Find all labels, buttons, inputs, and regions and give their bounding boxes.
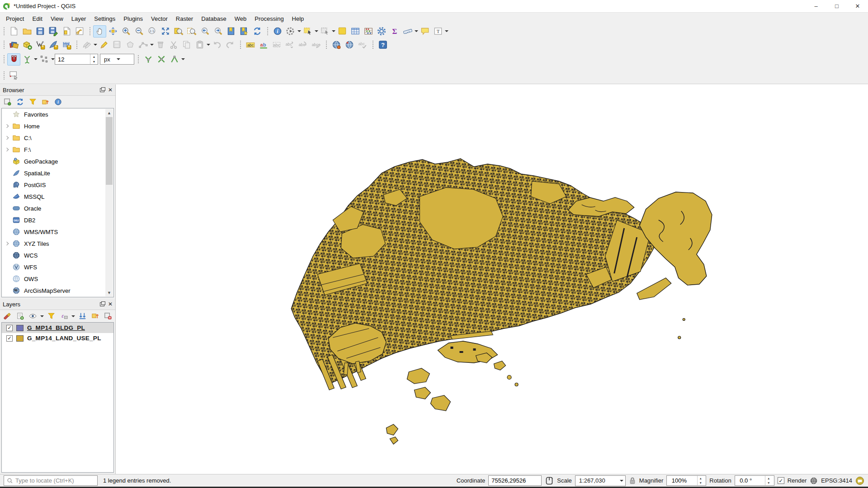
save-project-as-button[interactable] <box>47 25 60 38</box>
expand-chevron-icon[interactable] <box>5 136 9 140</box>
menu-web[interactable]: Web <box>231 14 251 23</box>
menu-plugins[interactable]: Plugins <box>119 14 147 23</box>
zoom-native-button[interactable]: 1:1 <box>146 25 159 38</box>
add-selected-layers-button[interactable] <box>2 97 13 107</box>
snapping-mode-button[interactable] <box>20 53 33 66</box>
toggle-editing-button[interactable] <box>97 39 110 51</box>
menu-view[interactable]: View <box>47 14 67 23</box>
snapping-type-button[interactable] <box>38 53 51 66</box>
text-annotation-button[interactable]: T <box>431 25 444 38</box>
expand-chevron-icon[interactable] <box>5 242 9 245</box>
menu-settings[interactable]: Settings <box>90 14 119 23</box>
undo-button[interactable] <box>210 39 223 51</box>
spin-down-icon[interactable]: ▼ <box>90 59 98 64</box>
select-features-dropdown[interactable] <box>314 25 318 37</box>
close-panel-icon[interactable]: ✕ <box>108 87 113 93</box>
rotation-input[interactable] <box>740 477 763 484</box>
coordinate-input[interactable] <box>491 477 538 484</box>
browser-filter-button[interactable] <box>27 97 38 107</box>
tracing-dropdown[interactable] <box>181 53 185 65</box>
toolbar-grip[interactable] <box>325 40 328 50</box>
scrollbar-thumb[interactable] <box>106 117 113 185</box>
metasearch-button[interactable] <box>330 39 343 51</box>
browser-item-c-drive[interactable]: C:\ <box>2 132 113 144</box>
browser-item-wms[interactable]: WMS/WMTS <box>2 226 113 238</box>
menu-database[interactable]: Database <box>197 14 231 23</box>
enable-tracing-button[interactable] <box>168 53 181 66</box>
remove-layer-button[interactable] <box>102 311 113 321</box>
measure-line-button[interactable] <box>401 25 414 38</box>
feature-action-dropdown[interactable] <box>297 25 301 37</box>
open-data-source-manager-button[interactable] <box>7 39 20 51</box>
rotation-spin[interactable]: ▲▼ <box>765 476 772 485</box>
toolbar-grip[interactable] <box>3 54 5 64</box>
open-attribute-table-button[interactable] <box>349 25 362 38</box>
browser-refresh-button[interactable] <box>14 97 25 107</box>
redo-button[interactable] <box>223 39 236 51</box>
browser-item-ows[interactable]: OWS <box>2 273 113 285</box>
move-annotation-button[interactable] <box>7 69 20 81</box>
current-edits-dropdown[interactable] <box>93 39 97 51</box>
add-group-button[interactable] <box>14 311 25 321</box>
browser-properties-button[interactable]: i <box>52 97 63 107</box>
snapping-units-combo[interactable]: px <box>100 54 134 65</box>
move-label-button[interactable]: abc <box>283 39 296 51</box>
pan-map-button[interactable] <box>93 25 106 38</box>
toolbar-grip[interactable] <box>89 26 91 36</box>
vertex-tool-dropdown[interactable] <box>150 39 154 51</box>
qgis-hub-button[interactable] <box>343 39 356 51</box>
lock-icon[interactable] <box>629 477 636 485</box>
open-project-button[interactable] <box>20 25 33 38</box>
filter-by-expression-button[interactable]: ε <box>58 311 69 321</box>
save-project-button[interactable] <box>33 25 47 38</box>
current-edits-button[interactable] <box>80 39 93 51</box>
expression-dropdown[interactable] <box>71 310 75 322</box>
spin-up-icon[interactable]: ▲ <box>90 54 98 59</box>
magnifier-box[interactable]: ▲▼ <box>666 475 706 486</box>
field-calculator-button[interactable] <box>362 25 375 38</box>
topological-editing-button[interactable] <box>142 53 155 66</box>
close-button[interactable]: ✕ <box>847 0 868 12</box>
browser-item-favorites[interactable]: Favorites <box>2 108 113 120</box>
check-labels-button[interactable]: abc <box>356 39 369 51</box>
map-tips-button[interactable] <box>335 25 349 38</box>
toolbar-grip[interactable] <box>239 40 242 50</box>
rotate-label-button[interactable]: abc <box>296 39 309 51</box>
processing-toolbox-button[interactable] <box>375 25 388 38</box>
zoom-last-button[interactable] <box>198 25 211 38</box>
highlight-pinned-labels-button[interactable]: abc <box>270 39 283 51</box>
annotation-dropdown[interactable] <box>444 25 448 37</box>
show-map-tips-button[interactable] <box>418 25 431 38</box>
browser-item-oracle[interactable]: Oracle <box>2 202 113 214</box>
snapping-tolerance-spinbox[interactable]: ▲▼ <box>55 54 98 65</box>
paste-features-button[interactable] <box>193 39 206 51</box>
expand-chevron-icon[interactable] <box>5 124 9 128</box>
collapse-all-button[interactable] <box>90 311 100 321</box>
layer-row-land-use[interactable]: ✓ G_MP14_LAND_USE_PL <box>2 333 113 343</box>
browser-item-db2[interactable]: DB2 DB2 <box>2 214 113 226</box>
pan-to-selection-button[interactable] <box>106 25 119 38</box>
browser-item-arcgis-feature[interactable]: ArcGisFeatureServer <box>2 296 113 297</box>
show-layout-manager-button[interactable] <box>73 25 86 38</box>
locate-box[interactable] <box>4 475 98 486</box>
menu-raster[interactable]: Raster <box>172 14 197 23</box>
zoom-next-button[interactable] <box>211 25 224 38</box>
layer-checkbox[interactable]: ✓ <box>6 325 13 331</box>
vertex-tool-button[interactable] <box>137 39 150 51</box>
delete-selected-button[interactable] <box>154 39 167 51</box>
maximize-button[interactable]: □ <box>826 0 847 12</box>
layer-swatch[interactable] <box>16 335 24 342</box>
minimize-button[interactable]: – <box>806 0 826 12</box>
menu-processing[interactable]: Processing <box>250 14 288 23</box>
zoom-out-button[interactable] <box>132 25 146 38</box>
snapping-type-dropdown[interactable] <box>51 53 55 65</box>
browser-collapse-all-button[interactable] <box>40 97 51 107</box>
map-canvas[interactable] <box>116 84 868 474</box>
zoom-to-selection-button[interactable] <box>185 25 198 38</box>
browser-item-arcgis-map[interactable]: ArcGisMapServer <box>2 285 113 296</box>
browser-item-xyz[interactable]: XYZ Tiles <box>2 238 113 249</box>
toolbar-grip[interactable] <box>3 40 5 50</box>
messages-bubble-icon[interactable] <box>855 476 864 485</box>
menu-project[interactable]: Project <box>2 14 28 23</box>
magnifier-input[interactable] <box>672 477 695 484</box>
